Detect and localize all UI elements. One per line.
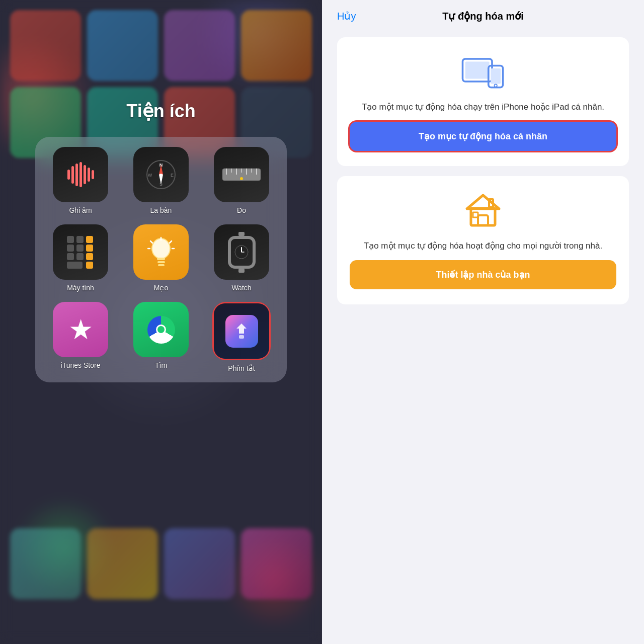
app-label-may-tinh: Máy tính [67,284,94,292]
right-header: Hủy Tự động hóa mới [322,0,644,27]
left-panel: Tiện ích Ghi âm [0,0,322,644]
svg-rect-28 [239,335,244,339]
calc-btn-7 [67,253,74,260]
home-svg [463,191,503,231]
app-icon-watch [214,224,269,280]
bg-bottom-app-2 [87,528,158,599]
shortcuts-gradient-icon [225,315,258,348]
wave-6 [88,168,90,182]
app-icon-itunes: ★ [53,302,108,357]
svg-rect-36 [478,215,488,225]
app-icon-meo [133,224,189,280]
itunes-star-icon: ★ [68,313,93,346]
app-label-meo: Mẹo [154,284,168,292]
watch-container [228,236,256,269]
svg-rect-18 [157,261,165,263]
voice-waves-icon [67,162,94,187]
calc-btn-0 [67,262,83,269]
app-item-may-tinh[interactable]: Máy tính [45,224,116,292]
app-label-phim-tat: Phím tắt [228,364,255,372]
wave-7 [92,170,94,179]
bg-app-4 [241,10,312,81]
home-card-description: Tạo một mục tự động hóa hoạt động cho mọ… [364,239,602,253]
right-content: Tạo một mục tự động hóa chạy trên iPhone… [322,27,644,644]
home-automation-card: Tạo một mục tự động hóa hoạt động cho mọ… [337,176,629,305]
svg-rect-19 [158,264,165,266]
bg-bottom-app-3 [164,528,235,599]
home-icon-container [460,191,506,231]
app-label-itunes: iTunes Store [61,361,101,369]
cancel-button[interactable]: Hủy [337,10,356,22]
calc-btn-5 [76,245,84,252]
svg-rect-32 [491,68,501,84]
find-circles-icon [147,316,175,344]
header-title: Tự động hóa mới [442,10,523,22]
find-inner-circle [156,325,166,335]
personal-automation-button[interactable]: Tạo mục tự động hóa cá nhân [350,122,616,151]
calc-btn-8 [76,253,84,260]
app-item-meo[interactable]: Mẹo [126,224,196,292]
watch-face-svg [234,245,249,260]
app-folder: Ghi âm N S W E La bàn [35,137,287,382]
app-item-do[interactable]: Đo [206,147,277,214]
watch-ring-icon [228,236,256,269]
wave-3 [75,164,78,186]
lightbulb-svg [147,236,175,269]
calculator-icon [67,236,95,269]
app-icon-ghi-am [53,147,108,202]
calc-btn-eq [86,262,93,269]
svg-line-22 [170,241,172,243]
wave-5 [84,165,86,184]
app-icon-do [214,147,269,202]
svg-rect-38 [473,212,478,217]
svg-text:E: E [171,173,174,178]
folder-title: Tiện ích [126,101,195,122]
app-icon-tim [133,302,189,357]
app-item-watch[interactable]: Watch [206,224,277,292]
svg-text:W: W [148,173,152,178]
app-label-do: Đo [237,206,246,214]
wave-1 [67,170,70,180]
personal-card-description: Tạo một mục tự động hóa chạy trên iPhone… [362,101,604,114]
setup-home-button[interactable]: Thiết lập nhà của bạn [350,260,616,289]
svg-point-16 [152,238,170,259]
wave-2 [71,166,74,184]
app-icon-la-ban: N S W E [133,147,189,202]
shortcuts-svg [231,321,252,341]
svg-line-21 [150,241,152,243]
svg-marker-34 [467,195,499,209]
app-label-ghi-am: Ghi âm [69,206,92,214]
bg-app-1 [10,10,81,81]
calc-btn-6 [86,245,93,252]
svg-point-33 [495,84,497,87]
calc-btn-3 [86,236,93,243]
svg-rect-17 [157,258,165,260]
bg-bottom-app-4 [241,528,312,599]
calc-btn-9 [86,253,93,260]
devices-svg [460,52,506,93]
personal-automation-card: Tạo một mục tự động hóa chạy trên iPhone… [337,37,629,166]
devices-icon-container [460,52,506,93]
app-icon-may-tinh [53,224,108,280]
bg-app-2 [87,10,158,81]
app-item-ghi-am[interactable]: Ghi âm [45,147,116,214]
calc-btn-4 [67,245,74,252]
background-apps-bottom [0,518,322,644]
calc-btn-1 [67,236,74,243]
app-item-itunes[interactable]: ★ iTunes Store [45,302,116,372]
bg-app-3 [164,10,235,81]
svg-rect-30 [465,61,490,78]
app-item-tim[interactable]: Tìm [126,302,196,372]
right-panel: Hủy Tự động hóa mới Tạo một mục tự động … [322,0,644,644]
app-icon-phim-tat [214,303,269,359]
app-label-tim: Tìm [155,361,167,369]
app-item-phim-tat[interactable]: Phím tắt [206,302,277,372]
app-item-la-ban[interactable]: N S W E La bàn [126,147,196,214]
ruler-svg [221,165,262,185]
wave-4 [79,162,82,187]
bg-bottom-app-1 [10,528,81,599]
calc-btn-2 [76,236,84,243]
app-label-watch: Watch [231,284,251,292]
compass-svg: N S W E [146,159,176,190]
svg-point-15 [240,177,243,180]
